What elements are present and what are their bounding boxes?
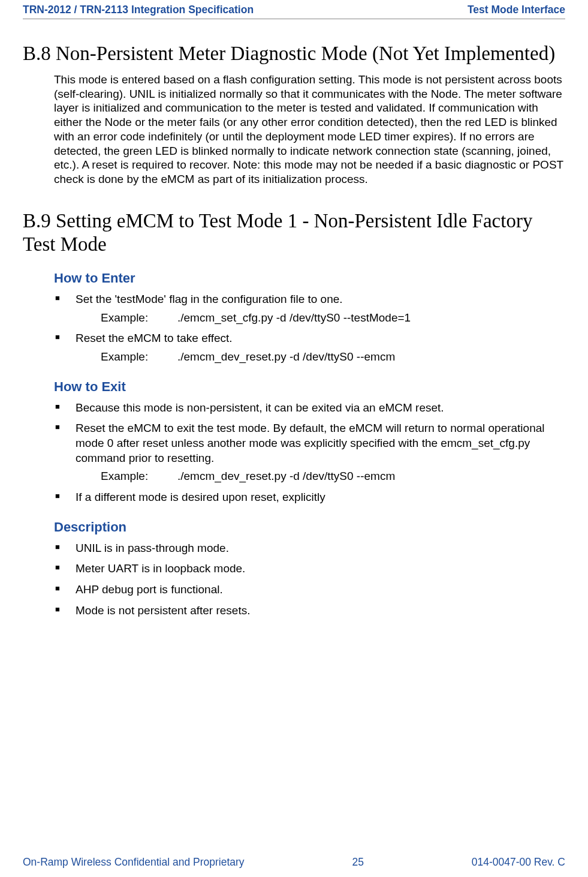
how-to-exit-list: Because this mode is non-persistent, it … (54, 401, 565, 505)
example-row: Example: ./emcm_dev_reset.py -d /dev/tty… (101, 350, 565, 365)
list-item: Set the 'testMode' flag in the configura… (54, 292, 565, 325)
list-item: Because this mode is non-persistent, it … (54, 401, 565, 416)
list-item-text: UNIL is in pass-through mode. (76, 542, 229, 554)
header-right: Test Mode Interface (468, 4, 565, 16)
how-to-enter-list: Set the 'testMode' flag in the configura… (54, 292, 565, 365)
page-footer: On-Ramp Wireless Confidential and Propri… (23, 856, 565, 869)
footer-left: On-Ramp Wireless Confidential and Propri… (23, 856, 245, 869)
list-item: Mode is not persistent after resets. (54, 603, 565, 618)
example-label: Example: (101, 350, 177, 365)
list-item: Meter UART is in loopback mode. (54, 561, 565, 576)
list-item-text: Because this mode is non-persistent, it … (76, 401, 444, 414)
list-item: If a different mode is desired upon rese… (54, 490, 565, 505)
list-item: Reset the eMCM to exit the test mode. By… (54, 421, 565, 484)
list-item: UNIL is in pass-through mode. (54, 541, 565, 556)
list-item-text: Reset the eMCM to take effect. (76, 332, 233, 344)
list-item-text: Meter UART is in loopback mode. (76, 562, 245, 575)
list-item: AHP debug port is functional. (54, 582, 565, 597)
example-command: ./emcm_dev_reset.py -d /dev/ttyS0 --emcm (177, 350, 565, 365)
section-b8-title: B.8 Non-Persistent Meter Diagnostic Mode… (23, 42, 565, 65)
list-item-text: Mode is not persistent after resets. (76, 604, 250, 617)
description-list: UNIL is in pass-through mode. Meter UART… (54, 541, 565, 618)
footer-page-number: 25 (352, 856, 363, 869)
list-item-text: Set the 'testMode' flag in the configura… (76, 293, 343, 305)
header-left: TRN-2012 / TRN-2113 Integration Specific… (23, 4, 254, 16)
list-item-text: AHP debug port is functional. (76, 583, 223, 596)
footer-right: 014-0047-00 Rev. C (472, 856, 565, 869)
example-command: ./emcm_set_cfg.py -d /dev/ttyS0 --testMo… (177, 311, 565, 326)
example-command: ./emcm_dev_reset.py -d /dev/ttyS0 --emcm (177, 469, 565, 484)
example-label: Example: (101, 311, 177, 326)
section-b9-title: B.9 Setting eMCM to Test Mode 1 - Non-Pe… (23, 209, 565, 256)
example-row: Example: ./emcm_dev_reset.py -d /dev/tty… (101, 469, 565, 484)
list-item-text: Reset the eMCM to exit the test mode. By… (76, 422, 545, 464)
page-header: TRN-2012 / TRN-2113 Integration Specific… (23, 0, 565, 19)
description-heading: Description (54, 519, 565, 535)
how-to-exit-heading: How to Exit (54, 379, 565, 395)
example-row: Example: ./emcm_set_cfg.py -d /dev/ttyS0… (101, 311, 565, 326)
list-item: Reset the eMCM to take effect. Example: … (54, 331, 565, 364)
section-b8-body: This mode is entered based on a flash co… (54, 73, 565, 187)
example-label: Example: (101, 469, 177, 484)
list-item-text: If a different mode is desired upon rese… (76, 491, 325, 503)
how-to-enter-heading: How to Enter (54, 271, 565, 286)
